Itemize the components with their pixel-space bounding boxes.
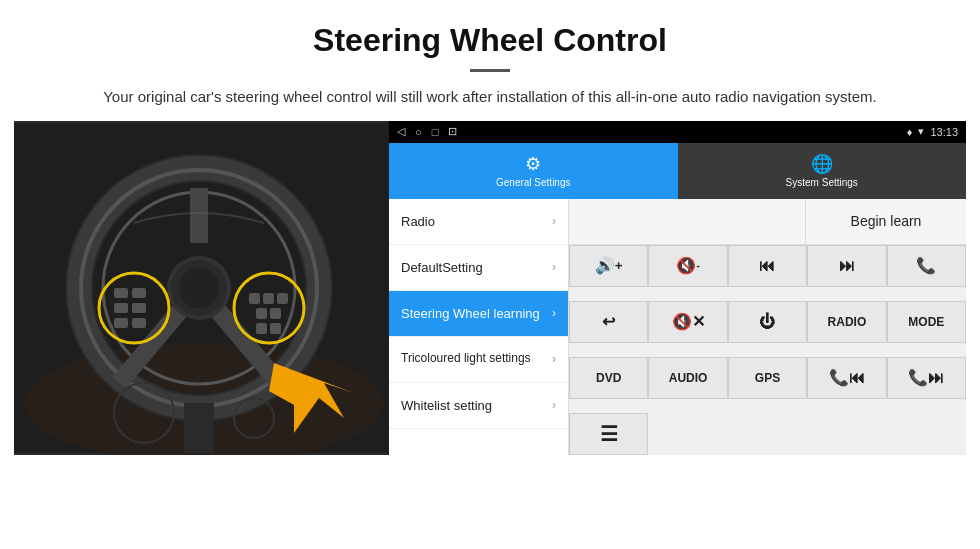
signal-icon: ♦ (907, 126, 913, 138)
svg-point-11 (179, 268, 219, 308)
menu-item-tricoloured[interactable]: Tricoloured light settings › (389, 337, 568, 383)
chevron-icon: › (552, 398, 556, 412)
status-bar: ◁ ○ □ ⊡ ♦ ▾ 13:13 (389, 121, 966, 143)
title-divider (470, 69, 510, 72)
page-title: Steering Wheel Control (40, 22, 940, 59)
menu-item-radio[interactable]: Radio › (389, 199, 568, 245)
radio-button[interactable]: RADIO (807, 301, 886, 343)
recent-nav-icon[interactable]: □ (432, 126, 439, 138)
tab-bar: ⚙ General Settings 🌐 System Settings (389, 143, 966, 199)
svg-rect-27 (184, 403, 214, 453)
svg-rect-21 (263, 293, 274, 304)
svg-rect-22 (277, 293, 288, 304)
system-settings-label: System Settings (786, 177, 858, 188)
chevron-icon: › (552, 260, 556, 274)
menu-item-whitelist[interactable]: Whitelist setting › (389, 383, 568, 429)
main-content: ◁ ○ □ ⊡ ♦ ▾ 13:13 ⚙ General Settings 🌐 S… (0, 121, 980, 455)
screenshot-icon[interactable]: ⊡ (448, 125, 457, 138)
general-settings-label: General Settings (496, 177, 571, 188)
vol-up-button[interactable]: 🔊+ (569, 245, 648, 287)
chevron-icon: › (552, 306, 556, 320)
vol-down-button[interactable]: 🔇- (648, 245, 727, 287)
tel-prev-button[interactable]: 📞⏮ (807, 357, 886, 399)
clock: 13:13 (930, 126, 958, 138)
power-button[interactable]: ⏻ (728, 301, 807, 343)
tel-next-button[interactable]: 📞⏭ (887, 357, 966, 399)
menu-list: Radio › DefaultSetting › Steering Wheel … (389, 199, 569, 455)
steering-wheel-image (14, 121, 389, 455)
svg-rect-26 (270, 323, 281, 334)
svg-rect-17 (114, 318, 128, 328)
begin-learn-button[interactable]: Begin learn (806, 199, 966, 245)
phone-answer-button[interactable]: 📞 (887, 245, 966, 287)
hang-up-button[interactable]: ↩ (569, 301, 648, 343)
home-nav-icon[interactable]: ○ (415, 126, 422, 138)
next-track-button[interactable]: ⏭ (807, 245, 886, 287)
tab-system-settings[interactable]: 🌐 System Settings (678, 143, 967, 199)
svg-rect-20 (249, 293, 260, 304)
general-settings-icon: ⚙ (525, 153, 541, 175)
svg-rect-15 (114, 303, 128, 313)
svg-rect-25 (256, 323, 267, 334)
status-bar-left: ◁ ○ □ ⊡ (397, 125, 457, 138)
svg-rect-18 (132, 318, 146, 328)
wifi-icon: ▾ (918, 125, 924, 138)
controls-panel: Begin learn 🔊+ 🔇- ⏮ ⏭ 📞 ↩ 🔇✕ ⏻ RADIO MOD (569, 199, 966, 455)
svg-rect-24 (270, 308, 281, 319)
button-grid-row3: DVD AUDIO GPS 📞⏮ 📞⏭ (569, 357, 966, 413)
button-grid-row2: ↩ 🔇✕ ⏻ RADIO MODE (569, 301, 966, 357)
chevron-icon: › (552, 352, 556, 366)
mute-button[interactable]: 🔇✕ (648, 301, 727, 343)
svg-rect-16 (132, 303, 146, 313)
dvd-button[interactable]: DVD (569, 357, 648, 399)
button-grid-row1: 🔊+ 🔇- ⏮ ⏭ 📞 (569, 245, 966, 301)
mode-button[interactable]: MODE (887, 301, 966, 343)
content-area: Radio › DefaultSetting › Steering Wheel … (389, 199, 966, 455)
svg-rect-14 (132, 288, 146, 298)
android-panel: ◁ ○ □ ⊡ ♦ ▾ 13:13 ⚙ General Settings 🌐 S… (389, 121, 966, 455)
prev-track-button[interactable]: ⏮ (728, 245, 807, 287)
page-header: Steering Wheel Control Your original car… (0, 0, 980, 121)
tab-general-settings[interactable]: ⚙ General Settings (389, 143, 678, 199)
svg-rect-13 (114, 288, 128, 298)
menu-item-default[interactable]: DefaultSetting › (389, 245, 568, 291)
page-description: Your original car's steering wheel contr… (40, 86, 940, 109)
back-nav-icon[interactable]: ◁ (397, 125, 405, 138)
svg-rect-23 (256, 308, 267, 319)
menu-item-steering[interactable]: Steering Wheel learning › (389, 291, 568, 337)
button-grid-row4: ☰ (569, 413, 966, 455)
audio-button[interactable]: AUDIO (648, 357, 727, 399)
controls-top-row: Begin learn (569, 199, 966, 245)
system-settings-icon: 🌐 (811, 153, 833, 175)
chevron-icon: › (552, 214, 556, 228)
status-bar-right: ♦ ▾ 13:13 (907, 125, 958, 138)
empty-space (569, 199, 806, 244)
list-button[interactable]: ☰ (569, 413, 648, 455)
gps-button[interactable]: GPS (728, 357, 807, 399)
